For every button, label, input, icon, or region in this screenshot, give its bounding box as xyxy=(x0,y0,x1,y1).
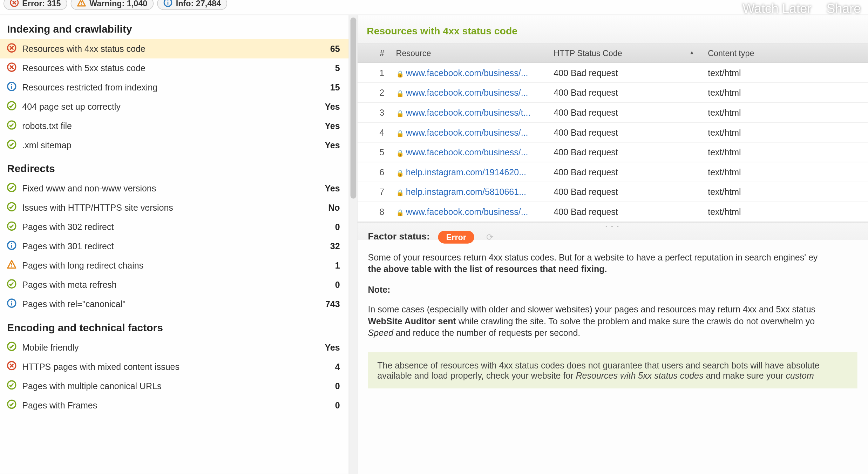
info-icon xyxy=(6,241,18,252)
cell-resource: 🔒www.facebook.com/business/... xyxy=(390,143,548,162)
ok-icon xyxy=(6,101,18,112)
cell-number: 5 xyxy=(358,143,390,162)
ok-icon xyxy=(6,400,18,411)
audit-row[interactable]: .xml sitemapYes xyxy=(0,136,349,155)
audit-row[interactable]: Resources with 5xx status code5 xyxy=(0,59,349,78)
ok-icon xyxy=(6,279,18,290)
lock-icon: 🔒 xyxy=(396,189,404,196)
audit-row[interactable]: Pages with 301 redirect32 xyxy=(0,237,349,256)
info-pill[interactable]: Info: 27,484 xyxy=(157,0,228,10)
audit-row-value: 5 xyxy=(314,63,343,73)
table-row[interactable]: 5🔒www.facebook.com/business/...400 Bad r… xyxy=(358,143,868,163)
lock-icon: 🔒 xyxy=(396,169,404,176)
table-row[interactable]: 7🔒help.instagram.com/5810661...400 Bad r… xyxy=(358,182,868,202)
audit-row[interactable]: Resources with 4xx status code65 xyxy=(0,39,349,59)
audit-row[interactable]: robots.txt fileYes xyxy=(0,116,349,136)
audit-row-label: 404 page set up correctly xyxy=(22,102,314,111)
scrollbar-track[interactable] xyxy=(349,15,357,474)
watch-later-link[interactable]: Watch Later xyxy=(742,1,811,16)
table-row[interactable]: 3🔒www.facebook.com/business/t...400 Bad … xyxy=(358,103,868,123)
cell-number: 7 xyxy=(358,182,390,202)
audit-row[interactable]: Issues with HTTP/HTTPS site versionsNo xyxy=(0,198,349,217)
resource-link[interactable]: www.facebook.com/business/... xyxy=(406,127,528,137)
scrollbar-thumb[interactable] xyxy=(351,18,357,198)
status-bar: Error: 315 Warning: 1,040 Info: 27,484 W… xyxy=(0,0,868,15)
resource-link[interactable]: www.facebook.com/business/... xyxy=(406,147,528,157)
section-header: Encoding and technical factors xyxy=(0,314,349,338)
audit-row[interactable]: HTTPS pages with mixed content issues4 xyxy=(0,357,349,376)
audit-row-label: Resources restricted from indexing xyxy=(22,82,314,92)
audit-row[interactable]: Pages with 302 redirect0 xyxy=(0,217,349,237)
audit-sidebar[interactable]: Indexing and crawlabilityResources with … xyxy=(0,15,358,474)
refresh-icon[interactable]: ⟳ xyxy=(486,232,494,242)
col-status[interactable]: HTTP Status Code xyxy=(548,44,702,62)
cell-resource: 🔒help.instagram.com/5810661... xyxy=(390,182,548,202)
audit-row-label: Pages with multiple canonical URLs xyxy=(22,381,314,391)
audit-row-label: robots.txt file xyxy=(22,121,314,131)
lock-icon: 🔒 xyxy=(396,209,404,216)
audit-row[interactable]: Pages with multiple canonical URLs0 xyxy=(0,376,349,395)
audit-row-value: Yes xyxy=(314,102,343,111)
audit-row-value: Yes xyxy=(314,121,343,131)
resource-link[interactable]: help.instagram.com/1914620... xyxy=(406,167,526,177)
audit-row-label: Mobile friendly xyxy=(22,342,314,352)
lock-icon: 🔒 xyxy=(396,70,404,77)
error-pill[interactable]: Error: 315 xyxy=(4,0,67,10)
audit-row[interactable]: Pages with rel="canonical"743 xyxy=(0,294,349,314)
resource-link[interactable]: www.facebook.com/business/... xyxy=(406,88,528,97)
warning-pill[interactable]: Warning: 1,040 xyxy=(71,0,154,10)
cell-number: 6 xyxy=(358,162,390,182)
audit-row[interactable]: Pages with long redirect chains1 xyxy=(0,256,349,275)
error-icon xyxy=(6,62,18,74)
audit-row-value: 743 xyxy=(314,299,343,309)
audit-row-value: 1 xyxy=(314,260,343,270)
audit-row[interactable]: Pages with Frames0 xyxy=(0,395,349,415)
ok-icon xyxy=(6,342,18,353)
audit-row[interactable]: 404 page set up correctlyYes xyxy=(0,97,349,116)
table-row[interactable]: 1🔒www.facebook.com/business/...400 Bad r… xyxy=(358,63,868,83)
audit-row[interactable]: Fixed www and non-www versionsYes xyxy=(0,179,349,198)
cell-status: 400 Bad request xyxy=(548,182,702,202)
resource-link[interactable]: help.instagram.com/5810661... xyxy=(406,187,526,197)
lock-icon: 🔒 xyxy=(396,110,404,117)
cell-resource: 🔒www.facebook.com/business/... xyxy=(390,123,548,142)
audit-row-label: Pages with 302 redirect xyxy=(22,222,314,232)
info-icon xyxy=(6,298,18,310)
svg-rect-19 xyxy=(11,243,12,244)
share-link[interactable]: Share xyxy=(827,1,861,16)
table-header: # Resource HTTP Status Code Content type xyxy=(358,44,868,63)
audit-row-value: Yes xyxy=(314,342,343,352)
cell-number: 3 xyxy=(358,103,390,122)
audit-row-value: 15 xyxy=(314,82,343,92)
table-row[interactable]: 2🔒www.facebook.com/business/...400 Bad r… xyxy=(358,83,868,103)
resource-link[interactable]: www.facebook.com/business/... xyxy=(406,207,528,217)
audit-row[interactable]: Pages with meta refresh0 xyxy=(0,275,349,294)
col-resource[interactable]: Resource xyxy=(390,44,548,62)
drag-handle-icon[interactable]: • • • xyxy=(605,224,620,230)
audit-row[interactable]: Mobile friendlyYes xyxy=(0,338,349,357)
resource-link[interactable]: www.facebook.com/business/... xyxy=(406,68,528,77)
audit-row-label: Pages with rel="canonical" xyxy=(22,299,314,309)
ok-icon xyxy=(6,221,18,232)
cell-content-type: text/html xyxy=(702,123,868,142)
table-row[interactable]: 6🔒help.instagram.com/1914620...400 Bad r… xyxy=(358,162,868,182)
factor-status-label: Factor status: xyxy=(368,231,430,242)
col-number[interactable]: # xyxy=(358,44,390,62)
table-row[interactable]: 4🔒www.facebook.com/business/...400 Bad r… xyxy=(358,123,868,143)
info-icon xyxy=(164,0,172,9)
error-icon xyxy=(6,43,18,54)
audit-row-value: No xyxy=(314,203,343,212)
cell-content-type: text/html xyxy=(702,143,868,162)
cell-resource: 🔒help.instagram.com/1914620... xyxy=(390,162,548,182)
svg-rect-9 xyxy=(11,86,12,89)
col-content-type[interactable]: Content type xyxy=(702,44,868,62)
ok-icon xyxy=(6,202,18,213)
cell-status: 400 Bad request xyxy=(548,162,702,182)
cell-content-type: text/html xyxy=(702,103,868,122)
resource-link[interactable]: www.facebook.com/business/t... xyxy=(406,108,531,117)
status-badge: Error xyxy=(438,231,474,244)
audit-row-value: 65 xyxy=(314,44,343,54)
audit-row[interactable]: Resources restricted from indexing15 xyxy=(0,78,349,97)
svg-rect-24 xyxy=(11,303,12,305)
table-row[interactable]: 8🔒www.facebook.com/business/...400 Bad r… xyxy=(358,202,868,222)
